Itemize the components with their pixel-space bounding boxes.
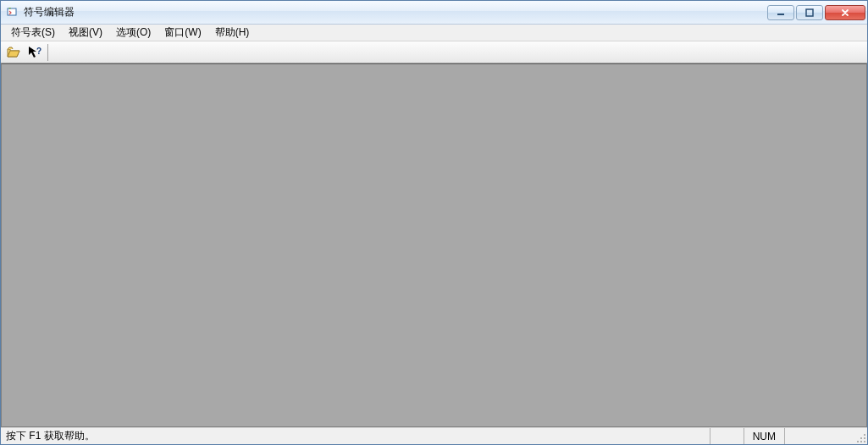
- menu-view[interactable]: 视图(V): [62, 24, 109, 41]
- status-pane-empty-2: [784, 428, 852, 444]
- svg-point-5: [860, 437, 862, 439]
- svg-rect-0: [8, 8, 16, 15]
- svg-point-4: [864, 434, 865, 436]
- toolbar: ?: [1, 41, 867, 63]
- svg-point-8: [860, 441, 862, 442]
- mdi-client-area: [1, 63, 867, 427]
- toolbar-separator: [47, 44, 48, 61]
- status-pane-empty-1: [710, 428, 744, 444]
- minimize-button[interactable]: [767, 5, 794, 20]
- menu-options[interactable]: 选项(O): [109, 24, 158, 41]
- menu-symbol-table[interactable]: 符号表(S): [4, 24, 62, 41]
- close-button[interactable]: [825, 5, 865, 20]
- menu-help[interactable]: 帮助(H): [208, 24, 257, 41]
- window-title: 符号编辑器: [24, 5, 767, 19]
- svg-text:?: ?: [36, 47, 41, 56]
- open-button[interactable]: [4, 43, 25, 62]
- context-help-button[interactable]: ?: [25, 43, 45, 62]
- titlebar[interactable]: 符号编辑器: [1, 1, 867, 25]
- resize-grip[interactable]: [852, 429, 867, 444]
- svg-point-7: [857, 441, 859, 442]
- maximize-button[interactable]: [796, 5, 823, 20]
- window-controls: [767, 5, 865, 20]
- status-num-indicator: NUM: [744, 428, 784, 444]
- svg-rect-2: [806, 9, 813, 16]
- svg-point-6: [864, 437, 865, 439]
- app-icon: [6, 6, 19, 19]
- statusbar: 按下 F1 获取帮助。 NUM: [1, 427, 867, 444]
- svg-rect-1: [777, 14, 784, 15]
- status-help-hint: 按下 F1 获取帮助。: [1, 429, 710, 443]
- app-window: 符号编辑器 符号表(S) 视图(V) 选项(O) 窗口(W) 帮助(H): [0, 0, 868, 445]
- menu-window[interactable]: 窗口(W): [158, 24, 207, 41]
- svg-point-9: [864, 441, 865, 442]
- menubar: 符号表(S) 视图(V) 选项(O) 窗口(W) 帮助(H): [1, 25, 867, 41]
